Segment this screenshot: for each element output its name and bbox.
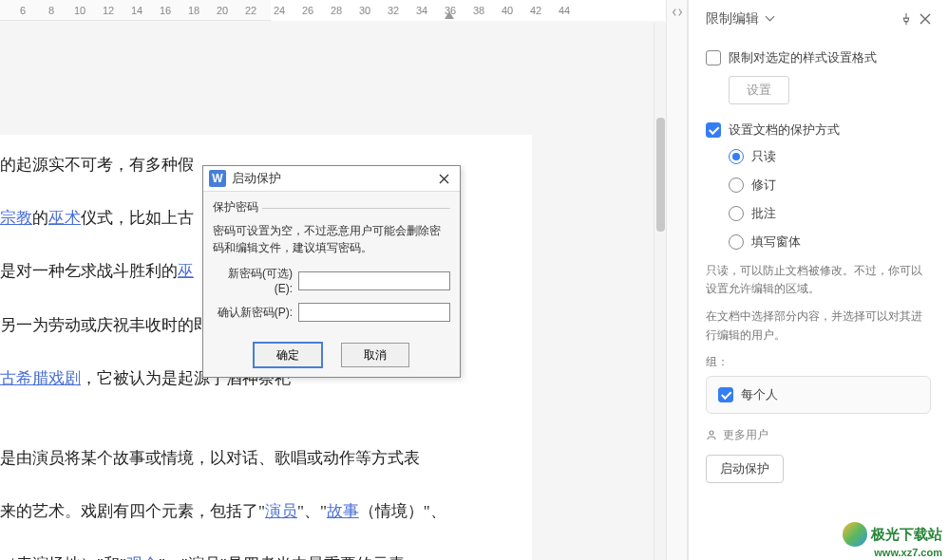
ruler-mark: 26: [294, 5, 321, 16]
protect-description-1: 只读，可以防止文档被修改。不过，你可以设置允许编辑的区域。: [706, 262, 931, 298]
radio-label: 填写窗体: [751, 233, 801, 251]
dialog-body: 保护密码 密码可设置为空，不过恶意用户可能会删除密码和编辑文件，建议填写密码。 …: [203, 192, 460, 333]
protect-method-section: 设置文档的保护方式 只读 修订 批注 填写窗体: [706, 121, 931, 483]
text-run: 来的艺术。戏剧有四个元素，包括了": [0, 502, 265, 520]
settings-button: 设置: [729, 76, 789, 104]
ruler-mark: 20: [209, 5, 236, 16]
svg-point-0: [710, 431, 713, 435]
hyperlink[interactable]: 巫术: [48, 209, 81, 227]
new-password-row: 新密码(可选)(E):: [213, 266, 450, 295]
dialog-titlebar[interactable]: W 启动保护: [203, 166, 460, 192]
close-icon[interactable]: [916, 9, 935, 28]
new-password-input[interactable]: [298, 271, 450, 290]
panel-body: 限制对选定的样式设置格式 设置 设置文档的保护方式 只读 修订: [689, 38, 948, 560]
ruler-mark: 8: [38, 5, 65, 16]
ruler-mark: 28: [323, 5, 350, 16]
dialog-title-text: 启动保护: [232, 170, 433, 187]
hyperlink[interactable]: 巫: [178, 262, 194, 280]
hyperlink[interactable]: 演员: [265, 502, 297, 520]
vertical-scrollbar[interactable]: [654, 23, 666, 560]
radio-form[interactable]: 填写窗体: [729, 233, 931, 251]
radio-unselected[interactable]: [729, 234, 744, 250]
password-fieldset: 保护密码: [213, 199, 450, 216]
confirm-password-row: 确认新密码(P):: [213, 303, 450, 322]
group-everyone-row[interactable]: 每个人: [706, 376, 931, 414]
format-restriction-section: 限制对选定的样式设置格式 设置: [706, 49, 931, 104]
radio-unselected[interactable]: [729, 177, 744, 193]
text-run: 的: [32, 209, 48, 227]
ruler-indent-marker[interactable]: [445, 11, 454, 19]
fieldset-divider: [262, 208, 450, 209]
radio-comment[interactable]: 批注: [729, 205, 931, 222]
hyperlink[interactable]: 观众: [126, 555, 159, 560]
watermark-logo: 极光下载站 www.xz7.com: [843, 522, 942, 558]
brand-name: 极光下载站: [871, 526, 942, 544]
ruler-mark: 42: [522, 5, 549, 16]
app-w-icon: W: [209, 170, 226, 187]
checkbox-checked[interactable]: [706, 122, 721, 138]
hyperlink[interactable]: 古希腊戏剧: [0, 369, 81, 387]
confirm-password-input[interactable]: [298, 303, 450, 322]
radio-selected[interactable]: [729, 149, 744, 164]
text-run: 的起源实不可考，有多种假: [0, 156, 194, 174]
new-password-label: 新密码(可选)(E):: [213, 266, 298, 295]
ruler-mark: 38: [465, 5, 492, 16]
ruler-mark: 32: [380, 5, 407, 16]
protect-method-checkbox-row[interactable]: 设置文档的保护方式: [706, 121, 931, 139]
ruler-mark: 12: [95, 5, 122, 16]
restrict-editing-panel: 限制编辑 限制对选定的样式设置格式 设置 设置文档的保护方式: [688, 0, 948, 560]
sidebar-expand-icon[interactable]: [671, 6, 684, 22]
side-icon-bar: [666, 0, 688, 560]
protect-description-2: 在文档中选择部分内容，并选择可以对其进行编辑的用户。: [706, 308, 931, 344]
ruler-mark: 16: [152, 5, 179, 16]
scrollbar-thumb[interactable]: [656, 118, 665, 232]
group-everyone-label: 每个人: [741, 386, 778, 403]
text-run: （情境）"、: [359, 502, 446, 520]
pin-icon[interactable]: [897, 9, 916, 28]
more-users-link[interactable]: 更多用户: [706, 427, 931, 443]
paragraph[interactable]: （表演场地）"和"观众"。"演员"是四者当中最重要的元素，: [0, 544, 503, 560]
checkbox-checked[interactable]: [718, 387, 733, 402]
radio-label: 只读: [751, 148, 776, 165]
brand-site-url: www.xz7.com: [874, 547, 942, 558]
ruler-mark: 10: [66, 5, 93, 16]
text-run: "。"演员"是四者当中最重要的元素，: [159, 555, 421, 560]
cancel-button[interactable]: 取消: [341, 343, 409, 367]
confirm-password-label: 确认新密码(P):: [213, 305, 298, 321]
restrict-format-checkbox-row[interactable]: 限制对选定的样式设置格式: [706, 49, 931, 66]
ok-button[interactable]: 确定: [254, 343, 322, 367]
dialog-message: 密码可设置为空，不过恶意用户可能会删除密码和编辑文件，建议填写密码。: [213, 222, 450, 256]
group-label: 组：: [706, 354, 931, 370]
radio-label: 批注: [751, 205, 776, 222]
radio-unselected[interactable]: [729, 206, 744, 221]
radio-readonly[interactable]: 只读: [729, 148, 931, 165]
ruler-mark: 22: [237, 5, 264, 16]
ruler-mark: 14: [123, 5, 150, 16]
hyperlink[interactable]: 故事: [327, 502, 359, 520]
dialog-button-row: 确定 取消: [203, 333, 460, 377]
text-run: 是对一种乞求战斗胜利的: [0, 262, 178, 280]
restrict-format-label: 限制对选定的样式设置格式: [729, 49, 877, 66]
text-run: 仪式，比如上古: [81, 209, 194, 227]
protect-method-label: 设置文档的保护方式: [729, 121, 840, 139]
text-run: "、": [297, 502, 327, 520]
more-users-label: 更多用户: [723, 427, 768, 443]
fieldset-label: 保护密码: [213, 200, 258, 214]
ruler-mark: 40: [494, 5, 521, 16]
ruler-mark: 44: [551, 5, 578, 16]
hyperlink[interactable]: 宗教: [0, 209, 32, 227]
panel-header: 限制编辑: [689, 0, 948, 38]
checkbox-unchecked[interactable]: [706, 50, 721, 65]
radio-revision[interactable]: 修订: [729, 177, 931, 194]
ruler-mark: 24: [266, 5, 293, 16]
text-run: （表演场地）"和": [0, 555, 126, 560]
paragraph[interactable]: 来的艺术。戏剧有四个元素，包括了"演员"、"故事（情境）"、: [0, 491, 503, 532]
start-protection-dialog: W 启动保护 保护密码 密码可设置为空，不过恶意用户可能会删除密码和编辑文件，建…: [202, 165, 461, 378]
dialog-close-icon[interactable]: [433, 170, 454, 187]
panel-title-text: 限制编辑: [706, 10, 759, 26]
ruler-mark: 18: [180, 5, 207, 16]
radio-label: 修订: [751, 177, 776, 194]
paragraph[interactable]: 是由演员将某个故事或情境，以对话、歌唱或动作等方式表: [0, 438, 503, 479]
start-protection-button[interactable]: 启动保护: [706, 455, 784, 483]
chevron-down-icon[interactable]: [767, 15, 774, 23]
